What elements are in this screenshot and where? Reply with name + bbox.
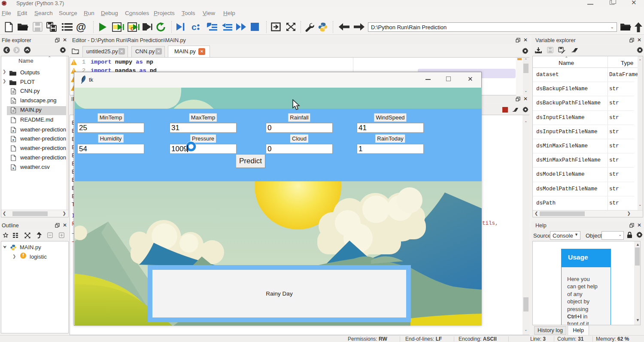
svg-text:x: x [12,129,15,133]
svg-text:!: ! [73,60,74,65]
svg-text:x: x [12,166,15,170]
svg-text:c: c [191,22,197,31]
svg-text:x: x [12,138,15,142]
